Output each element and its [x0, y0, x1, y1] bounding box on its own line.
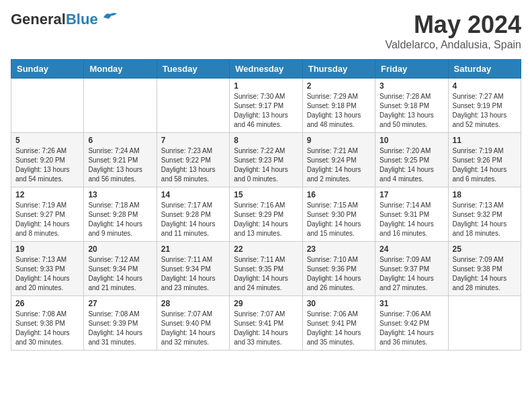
sunset-info: Sunset: 9:38 PM [15, 320, 65, 327]
day-number: 26 [15, 299, 79, 308]
daylight-info: Daylight: 14 hours and 15 minutes. [307, 220, 361, 237]
day-of-week-header: Monday [84, 60, 157, 79]
calendar-day-cell: 26 Sunrise: 7:08 AM Sunset: 9:38 PM Dayl… [11, 296, 84, 351]
calendar-day-cell: 25 Sunrise: 7:09 AM Sunset: 9:38 PM Dayl… [448, 242, 521, 296]
sunset-info: Sunset: 9:23 PM [234, 156, 283, 164]
day-of-week-header: Thursday [302, 60, 375, 79]
calendar-day-cell: 29 Sunrise: 7:07 AM Sunset: 9:41 PM Dayl… [230, 296, 302, 351]
calendar-day-cell: 23 Sunrise: 7:10 AM Sunset: 9:36 PM Dayl… [302, 242, 375, 296]
sunset-info: Sunset: 9:42 PM [380, 320, 429, 327]
calendar-day-cell: 17 Sunrise: 7:14 AM Sunset: 9:31 PM Dayl… [375, 187, 448, 242]
sunset-info: Sunset: 9:35 PM [234, 265, 283, 273]
calendar-week-row: 19 Sunrise: 7:13 AM Sunset: 9:33 PM Dayl… [11, 242, 521, 296]
logo-bird-icon [102, 11, 118, 23]
calendar-day-cell: 31 Sunrise: 7:06 AM Sunset: 9:42 PM Dayl… [375, 296, 448, 351]
sunrise-info: Sunrise: 7:17 AM [161, 201, 212, 209]
day-number: 31 [380, 299, 443, 308]
logo: GeneralBlue [11, 11, 118, 28]
sunset-info: Sunset: 9:26 PM [453, 156, 502, 164]
daylight-info: Daylight: 14 hours and 8 minutes. [15, 220, 70, 237]
sunset-info: Sunset: 9:18 PM [380, 102, 429, 109]
day-number: 25 [453, 244, 517, 254]
sunset-info: Sunset: 9:28 PM [161, 211, 211, 218]
daylight-info: Daylight: 14 hours and 23 minutes. [161, 275, 216, 291]
calendar-day-cell: 15 Sunrise: 7:16 AM Sunset: 9:29 PM Dayl… [230, 187, 302, 242]
sunrise-info: Sunrise: 7:10 AM [307, 256, 358, 263]
day-number: 14 [161, 190, 225, 199]
sunset-info: Sunset: 9:20 PM [15, 156, 65, 164]
sunrise-info: Sunrise: 7:06 AM [380, 310, 431, 318]
day-number: 3 [380, 81, 443, 91]
daylight-info: Daylight: 14 hours and 28 minutes. [453, 275, 507, 291]
calendar-day-cell: 11 Sunrise: 7:19 AM Sunset: 9:26 PM Dayl… [448, 133, 521, 187]
daylight-info: Daylight: 14 hours and 13 minutes. [234, 220, 288, 237]
day-number: 18 [453, 190, 517, 199]
calendar-day-cell: 18 Sunrise: 7:13 AM Sunset: 9:32 PM Dayl… [448, 187, 521, 242]
sunset-info: Sunset: 9:40 PM [161, 320, 211, 327]
sunset-info: Sunset: 9:27 PM [15, 211, 65, 218]
calendar-day-cell [84, 79, 157, 133]
sunrise-info: Sunrise: 7:24 AM [88, 147, 139, 154]
day-of-week-header: Saturday [448, 60, 521, 79]
daylight-info: Daylight: 13 hours and 48 minutes. [307, 111, 361, 128]
day-of-week-header: Tuesday [157, 60, 229, 79]
daylight-info: Daylight: 13 hours and 50 minutes. [380, 111, 434, 128]
day-number: 30 [307, 299, 371, 308]
sunrise-info: Sunrise: 7:21 AM [307, 147, 358, 154]
sunset-info: Sunset: 9:34 PM [88, 265, 138, 273]
sunset-info: Sunset: 9:41 PM [307, 320, 357, 327]
sunset-info: Sunset: 9:18 PM [307, 102, 357, 109]
calendar-day-cell: 14 Sunrise: 7:17 AM Sunset: 9:28 PM Dayl… [157, 187, 229, 242]
daylight-info: Daylight: 14 hours and 4 minutes. [380, 166, 434, 183]
sunrise-info: Sunrise: 7:28 AM [380, 93, 431, 100]
day-of-week-header: Sunday [11, 60, 84, 79]
sunrise-info: Sunrise: 7:13 AM [15, 256, 66, 263]
day-number: 27 [88, 299, 152, 308]
daylight-info: Daylight: 14 hours and 35 minutes. [307, 329, 361, 346]
sunset-info: Sunset: 9:38 PM [453, 265, 502, 273]
calendar-day-cell: 9 Sunrise: 7:21 AM Sunset: 9:24 PM Dayli… [302, 133, 375, 187]
sunset-info: Sunset: 9:17 PM [234, 102, 283, 109]
sunrise-info: Sunrise: 7:09 AM [453, 256, 504, 263]
calendar-day-cell: 4 Sunrise: 7:27 AM Sunset: 9:19 PM Dayli… [448, 79, 521, 133]
day-number: 23 [307, 244, 371, 254]
daylight-info: Daylight: 14 hours and 24 minutes. [234, 275, 288, 291]
day-number: 15 [234, 190, 298, 199]
sunset-info: Sunset: 9:37 PM [380, 265, 429, 273]
daylight-info: Daylight: 13 hours and 58 minutes. [161, 166, 216, 183]
day-number: 9 [307, 136, 371, 145]
sunrise-info: Sunrise: 7:07 AM [161, 310, 212, 318]
daylight-info: Daylight: 14 hours and 36 minutes. [380, 329, 434, 346]
sunrise-info: Sunrise: 7:06 AM [307, 310, 358, 318]
calendar-day-cell: 1 Sunrise: 7:30 AM Sunset: 9:17 PM Dayli… [230, 79, 302, 133]
calendar-day-cell: 6 Sunrise: 7:24 AM Sunset: 9:21 PM Dayli… [84, 133, 157, 187]
day-number: 4 [453, 81, 517, 91]
sunrise-info: Sunrise: 7:20 AM [380, 147, 431, 154]
daylight-info: Daylight: 14 hours and 9 minutes. [88, 220, 142, 237]
day-of-week-header: Wednesday [230, 60, 302, 79]
sunset-info: Sunset: 9:25 PM [380, 156, 429, 164]
calendar-week-row: 5 Sunrise: 7:26 AM Sunset: 9:20 PM Dayli… [11, 133, 521, 187]
sunset-info: Sunset: 9:39 PM [88, 320, 138, 327]
daylight-info: Daylight: 14 hours and 26 minutes. [307, 275, 361, 291]
sunset-info: Sunset: 9:30 PM [307, 211, 357, 218]
sunrise-info: Sunrise: 7:18 AM [88, 201, 139, 209]
calendar-week-row: 1 Sunrise: 7:30 AM Sunset: 9:17 PM Dayli… [11, 79, 521, 133]
month-title: May 2024 [385, 11, 521, 39]
calendar-day-cell: 8 Sunrise: 7:22 AM Sunset: 9:23 PM Dayli… [230, 133, 302, 187]
logo-general: General [11, 11, 66, 28]
sunset-info: Sunset: 9:34 PM [161, 265, 211, 273]
sunrise-info: Sunrise: 7:16 AM [234, 201, 285, 209]
day-number: 10 [380, 136, 443, 145]
sunset-info: Sunset: 9:33 PM [15, 265, 65, 273]
daylight-info: Daylight: 14 hours and 16 minutes. [380, 220, 434, 237]
day-number: 13 [88, 190, 152, 199]
daylight-info: Daylight: 14 hours and 2 minutes. [307, 166, 361, 183]
calendar-day-cell: 5 Sunrise: 7:26 AM Sunset: 9:20 PM Dayli… [11, 133, 84, 187]
sunrise-info: Sunrise: 7:19 AM [15, 201, 66, 209]
sunrise-info: Sunrise: 7:08 AM [88, 310, 139, 318]
daylight-info: Daylight: 13 hours and 56 minutes. [88, 166, 142, 183]
sunset-info: Sunset: 9:31 PM [380, 211, 429, 218]
sunset-info: Sunset: 9:36 PM [307, 265, 357, 273]
daylight-info: Daylight: 13 hours and 54 minutes. [15, 166, 70, 183]
